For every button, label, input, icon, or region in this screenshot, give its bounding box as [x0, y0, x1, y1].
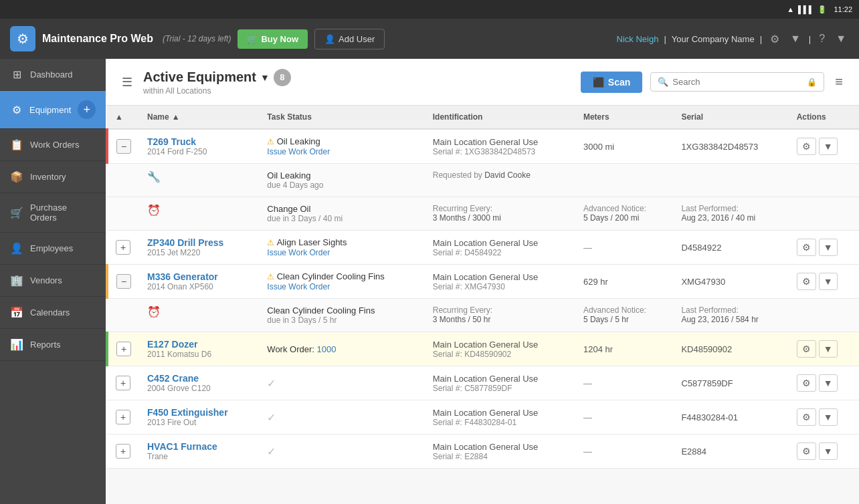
caret-button[interactable]: ▼	[819, 239, 838, 256]
help-button[interactable]: ?	[816, 30, 828, 47]
sidebar-item-reports[interactable]: 📊 Reports	[0, 329, 106, 361]
collapse-button[interactable]: −	[116, 139, 131, 154]
caret-button[interactable]: ▼	[819, 340, 838, 358]
actions-cell: ⚙ ▼	[789, 265, 859, 299]
meters-cell: —	[575, 400, 673, 434]
collapse-button[interactable]: −	[116, 274, 131, 289]
equipment-name: HVAC1 Furnace	[147, 441, 251, 452]
table-row: + C452 Crane 2004 Grove C120 ✓ Main Loca…	[107, 366, 859, 400]
wrench-icon: 🔧	[147, 171, 161, 182]
equipment-add-button[interactable]: +	[78, 100, 96, 119]
issue-work-order-link[interactable]: Issue Work Order	[267, 248, 330, 257]
equipment-model: 2014 Ford F-250	[147, 147, 251, 156]
gear-button[interactable]: ⚙	[797, 408, 816, 426]
hamburger-button[interactable]: ☰	[119, 72, 135, 92]
serial-cell: 1XG383842D48573	[673, 129, 788, 164]
caret-button[interactable]: ▼	[819, 374, 838, 392]
sidebar-item-vendors[interactable]: 🏢 Vendors	[0, 265, 106, 297]
sidebar-item-work-orders[interactable]: 📋 Work Orders	[0, 129, 106, 161]
issue-work-order-link[interactable]: Issue Work Order	[267, 147, 330, 156]
identification-cell: Main Location General Use Serial #: 1XG3…	[425, 129, 575, 164]
add-user-button[interactable]: 👤 Add User	[314, 29, 385, 49]
equipment-table-container: ▲ Name ▲ Task Status Identification Mete…	[106, 106, 859, 504]
gear-button[interactable]: ⚙	[797, 138, 816, 155]
serial-cell: KD48590902	[673, 332, 788, 366]
gear-button[interactable]: ⚙	[797, 239, 816, 256]
sidebar: ⊞ Dashboard ⚙ Equipment + 📋 Work Orders …	[0, 59, 106, 504]
reports-icon: 📊	[10, 338, 23, 351]
sidebar-item-equipment[interactable]: ⚙ Equipment +	[0, 91, 106, 129]
task-status-cell: ⚠ Oil Leaking Issue Work Order	[259, 129, 424, 164]
caret-button[interactable]: ▼	[819, 408, 838, 426]
equipment-name-cell: C452 Crane 2004 Grove C120	[139, 366, 259, 400]
serial-cell: F44830284-01	[673, 400, 788, 434]
expand-button[interactable]: +	[116, 240, 130, 255]
sort-icon: ▲	[115, 112, 123, 122]
sidebar-label-employees: Employees	[30, 243, 73, 253]
equipment-icon: ⚙	[10, 104, 23, 116]
expand-cell: +	[107, 231, 139, 265]
separator2: |	[760, 34, 762, 44]
employees-icon: 👤	[10, 242, 23, 255]
equipment-name-cell: ZP340 Drill Press 2015 Jet M220	[139, 231, 259, 265]
equipment-table: ▲ Name ▲ Task Status Identification Mete…	[106, 106, 859, 469]
toolbar-menu-button[interactable]: ≡	[832, 72, 846, 92]
equipment-model: 2013 Fire Out	[147, 418, 251, 427]
gear-button[interactable]: ⚙	[797, 443, 816, 460]
user-dropdown-button[interactable]: ▼	[787, 30, 803, 47]
cart-icon: 🛒	[247, 34, 258, 44]
check-icon: ✓	[267, 378, 276, 389]
task-name: Oil Leaking	[277, 136, 320, 146]
caret-button[interactable]: ▼	[819, 273, 838, 290]
main-toolbar: ☰ Active Equipment ▼ 8 within All Locati…	[106, 59, 859, 106]
expand-button[interactable]: +	[116, 410, 130, 424]
app-name: Maintenance Pro Web	[42, 33, 153, 45]
table-row: ⏰ Clean Cylinder Cooling Fins due in 3 D…	[107, 299, 859, 332]
separator: |	[664, 34, 666, 44]
gear-button[interactable]: ⚙	[797, 273, 816, 290]
identification-cell: Main Location General Use Serial #: F448…	[425, 400, 575, 434]
sidebar-label-work-orders: Work Orders	[30, 140, 79, 150]
expand-button[interactable]: +	[116, 376, 130, 390]
caret-button[interactable]: ▼	[819, 138, 838, 155]
gear-button[interactable]: ⚙	[797, 340, 816, 358]
sidebar-item-inventory[interactable]: 📦 Inventory	[0, 161, 106, 193]
user-section: Nick Neigh | Your Company Name | ⚙ ▼ | ?…	[617, 30, 849, 48]
settings-button[interactable]: ⚙	[767, 30, 782, 48]
location: Main Location General Use	[433, 238, 567, 248]
work-order-link[interactable]: 1000	[317, 344, 337, 354]
expand-cell: +	[107, 366, 139, 400]
gear-button[interactable]: ⚙	[797, 374, 816, 392]
sidebar-label-vendors: Vendors	[30, 275, 62, 285]
sidebar-item-purchase-orders[interactable]: 🛒 Purchase Orders	[0, 193, 106, 233]
task-name: Align Laser Sights	[277, 237, 347, 247]
col-name[interactable]: Name ▲	[139, 106, 259, 129]
expand-cell: +	[107, 400, 139, 434]
dropdown-arrow-icon[interactable]: ▼	[260, 72, 270, 83]
toolbar-subtitle: within All Locations	[143, 86, 291, 96]
expand-button[interactable]: +	[116, 342, 131, 356]
expand-button[interactable]: +	[116, 444, 130, 459]
logo-icon: ⚙	[17, 31, 29, 47]
lock-icon: 🔒	[807, 78, 817, 87]
warning-icon: ⚠	[267, 238, 276, 247]
search-box: 🔍 🔒	[650, 72, 824, 92]
buy-now-button[interactable]: 🛒 Buy Now	[237, 29, 308, 49]
help-dropdown-button[interactable]: ▼	[833, 30, 849, 47]
task-status-cell: ⚠ Clean Cylinder Cooling Fins Issue Work…	[259, 265, 424, 299]
issue-work-order-link[interactable]: Issue Work Order	[267, 282, 330, 291]
identification-cell: Main Location General Use Serial #: XMG4…	[425, 265, 575, 299]
app-logo: ⚙	[10, 26, 35, 51]
sidebar-item-dashboard[interactable]: ⊞ Dashboard	[0, 59, 106, 91]
col-serial: Serial	[673, 106, 788, 129]
caret-button[interactable]: ▼	[819, 443, 838, 460]
serial-number: Serial #: XMG47930	[433, 282, 567, 291]
sidebar-item-employees[interactable]: 👤 Employees	[0, 233, 106, 265]
search-input[interactable]	[672, 77, 803, 87]
user-name[interactable]: Nick Neigh	[617, 34, 659, 44]
scan-button[interactable]: ⬛ Scan	[581, 72, 642, 93]
sidebar-item-calendars[interactable]: 📅 Calendars	[0, 297, 106, 329]
battery-icon: 🔋	[818, 5, 827, 14]
company-name[interactable]: Your Company Name	[672, 34, 755, 44]
dashboard-icon: ⊞	[10, 68, 23, 81]
